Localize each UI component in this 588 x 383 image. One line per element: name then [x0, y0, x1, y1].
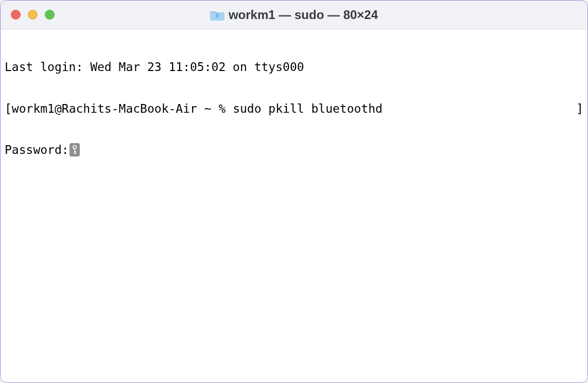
password-label: Password:	[5, 143, 69, 156]
left-bracket: [	[5, 102, 12, 115]
terminal-body[interactable]: Last login: Wed Mar 23 11:05:02 on ttys0…	[1, 29, 587, 382]
svg-rect-0	[216, 14, 219, 18]
window-title-area: workm1 — sudo — 80×24	[210, 8, 378, 22]
close-icon[interactable]	[11, 10, 21, 20]
window-controls	[11, 10, 55, 20]
terminal-line-password: Password:	[5, 143, 583, 158]
shell-prompt: workm1@Rachits-MacBook-Air ~ %	[12, 102, 233, 115]
minimize-icon[interactable]	[28, 10, 38, 20]
right-bracket: ]	[576, 102, 583, 116]
prompt-left: [workm1@Rachits-MacBook-Air ~ % sudo pki…	[5, 102, 383, 116]
window-titlebar: workm1 — sudo — 80×24	[1, 1, 587, 29]
terminal-line-prompt: [workm1@Rachits-MacBook-Air ~ % sudo pki…	[5, 102, 583, 116]
svg-point-1	[73, 146, 76, 149]
shell-command: sudo pkill bluetoothd	[233, 102, 383, 115]
window-title: workm1 — sudo — 80×24	[229, 8, 378, 22]
terminal-window: workm1 — sudo — 80×24 Last login: Wed Ma…	[0, 0, 588, 383]
terminal-line-last-login: Last login: Wed Mar 23 11:05:02 on ttys0…	[5, 60, 583, 74]
folder-icon	[210, 9, 224, 21]
zoom-icon[interactable]	[45, 10, 55, 20]
key-icon	[70, 143, 80, 156]
